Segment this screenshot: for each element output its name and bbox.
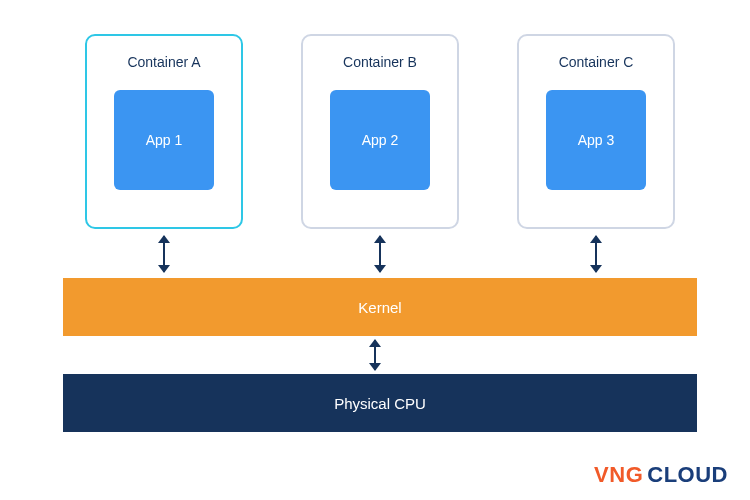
container-c: Container C App 3 <box>517 34 675 229</box>
container-title: Container B <box>343 54 417 70</box>
logo-prefix: VNG <box>594 462 643 487</box>
app-box: App 3 <box>546 90 646 190</box>
cpu-layer: Physical CPU <box>63 374 697 432</box>
logo-suffix: CLOUD <box>647 462 728 487</box>
kernel-cpu-arrow <box>374 340 376 370</box>
kernel-layer: Kernel <box>63 278 697 336</box>
app-box: App 1 <box>114 90 214 190</box>
container-kernel-arrows <box>85 236 675 272</box>
arrow-slot <box>301 236 459 272</box>
diagram-canvas: Container A App 1 Container B App 2 Cont… <box>0 0 750 500</box>
container-title: Container C <box>559 54 634 70</box>
containers-row: Container A App 1 Container B App 2 Cont… <box>85 34 675 229</box>
double-arrow-icon <box>379 236 381 272</box>
cpu-label: Physical CPU <box>334 395 426 412</box>
arrow-slot <box>517 236 675 272</box>
app-label: App 2 <box>362 132 399 148</box>
container-b: Container B App 2 <box>301 34 459 229</box>
container-title: Container A <box>127 54 200 70</box>
container-a: Container A App 1 <box>85 34 243 229</box>
double-arrow-icon <box>163 236 165 272</box>
app-label: App 3 <box>578 132 615 148</box>
kernel-label: Kernel <box>358 299 401 316</box>
double-arrow-icon <box>595 236 597 272</box>
vng-cloud-logo: VNGCLOUD <box>594 462 728 488</box>
app-box: App 2 <box>330 90 430 190</box>
arrow-slot <box>85 236 243 272</box>
app-label: App 1 <box>146 132 183 148</box>
